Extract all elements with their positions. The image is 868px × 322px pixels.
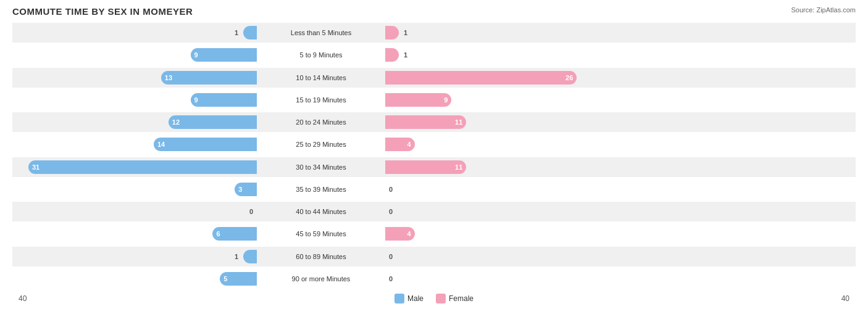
male-value: 12 xyxy=(169,118,183,126)
bar-label: 10 to 14 Minutes xyxy=(259,74,383,81)
bar-label: 90 or more Minutes xyxy=(259,275,383,283)
bar-row: 160 to 89 Minutes0 xyxy=(12,247,856,266)
chart-container: COMMUTE TIME BY SEX IN MOMEYER Source: Z… xyxy=(0,0,868,322)
axis-left-label: 40 xyxy=(19,294,27,303)
female-value-outside: 1 xyxy=(401,51,410,59)
legend-female-label: Female xyxy=(449,294,474,303)
bar-label: 20 to 24 Minutes xyxy=(259,118,383,126)
male-value: 5 xyxy=(220,275,231,283)
bar-row: 335 to 39 Minutes0 xyxy=(12,180,856,199)
bar-row: 95 to 9 Minutes1 xyxy=(12,45,856,65)
male-value-outside: 1 xyxy=(232,29,241,36)
bar-label: 30 to 34 Minutes xyxy=(259,163,383,171)
bar-label: Less than 5 Minutes xyxy=(259,29,383,36)
female-value: 9 xyxy=(440,96,451,104)
bar-label: 15 to 19 Minutes xyxy=(259,96,383,104)
bar-label: 35 to 39 Minutes xyxy=(259,186,383,193)
bar-row: 590 or more Minutes0 xyxy=(12,269,856,289)
axis-right-label: 40 xyxy=(841,294,849,303)
chart-source: Source: ZipAtlas.com xyxy=(791,6,856,14)
female-value-zero: 0 xyxy=(386,253,395,260)
legend-male-label: Male xyxy=(407,294,424,303)
chart-title: COMMUTE TIME BY SEX IN MOMEYER xyxy=(12,6,193,17)
male-value: 9 xyxy=(191,51,202,59)
male-value: 14 xyxy=(154,141,169,148)
female-value-outside: 1 xyxy=(401,29,410,36)
female-value: 4 xyxy=(404,141,415,148)
bar-label: 60 to 89 Minutes xyxy=(259,253,383,260)
bar-label: 5 to 9 Minutes xyxy=(259,51,383,59)
female-swatch xyxy=(436,294,446,303)
bar-label: 25 to 29 Minutes xyxy=(259,141,383,148)
legend: Male Female xyxy=(394,294,474,303)
female-value: 26 xyxy=(562,74,577,81)
legend-male: Male xyxy=(394,294,424,303)
bar-row: 915 to 19 Minutes9 xyxy=(12,90,856,110)
bar-row: 1220 to 24 Minutes11 xyxy=(12,112,856,132)
chart-footer: 40 Male Female 40 xyxy=(12,294,856,303)
male-value: 3 xyxy=(235,186,246,193)
male-value: 9 xyxy=(191,96,202,104)
bar-row: 3130 to 34 Minutes11 xyxy=(12,157,856,177)
bar-label: 40 to 44 Minutes xyxy=(259,208,383,215)
bars-area: 1Less than 5 Minutes195 to 9 Minutes1131… xyxy=(12,22,856,290)
female-value-zero: 0 xyxy=(386,275,395,283)
female-value-zero: 0 xyxy=(386,186,395,193)
male-value-outside: 1 xyxy=(232,253,241,260)
male-value-zero: 0 xyxy=(247,208,256,215)
male-value: 31 xyxy=(28,163,43,171)
female-value: 11 xyxy=(451,163,466,171)
bar-row: 1425 to 29 Minutes4 xyxy=(12,134,856,154)
bar-row: 1Less than 5 Minutes1 xyxy=(12,23,856,43)
legend-female: Female xyxy=(436,294,474,303)
chart-header: COMMUTE TIME BY SEX IN MOMEYER Source: Z… xyxy=(12,6,856,17)
male-value: 13 xyxy=(161,74,176,81)
bar-row: 1310 to 14 Minutes26 xyxy=(12,68,856,88)
bar-label: 45 to 59 Minutes xyxy=(259,230,383,237)
bar-row: 645 to 59 Minutes4 xyxy=(12,224,856,244)
male-value: 6 xyxy=(212,230,223,237)
male-swatch xyxy=(394,294,404,303)
bar-row: 040 to 44 Minutes0 xyxy=(12,202,856,221)
female-value-zero: 0 xyxy=(386,208,395,215)
female-value: 4 xyxy=(404,230,415,237)
female-value: 11 xyxy=(451,118,466,126)
